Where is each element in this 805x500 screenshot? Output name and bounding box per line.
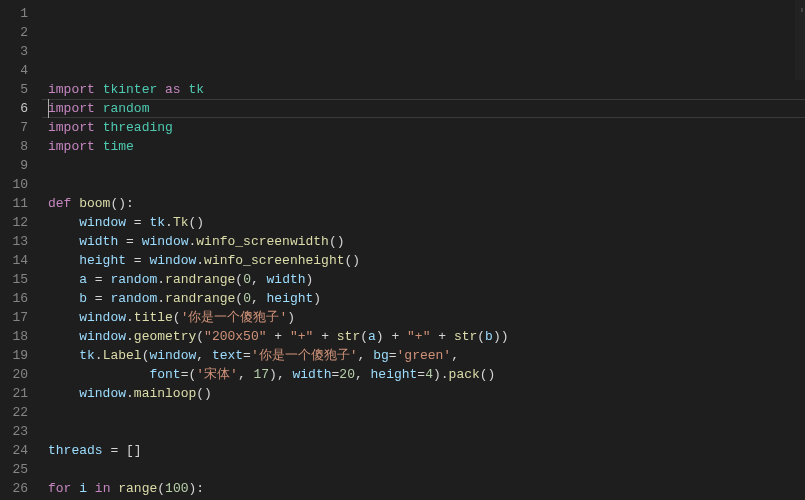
code-line[interactable]: font=('宋体', 17), width=20, height=4).pac… [48, 365, 805, 384]
line-number: 25 [0, 460, 28, 479]
token-num: 0 [243, 291, 251, 306]
token-pun: ( [157, 481, 165, 496]
code-line[interactable]: threads = [] [48, 441, 805, 460]
token-var: window [79, 310, 126, 325]
token-fn: geometry [134, 329, 196, 344]
token-pun: , [451, 348, 459, 363]
token-var: width [293, 367, 332, 382]
token-var: height [371, 367, 418, 382]
token-pun: ) [287, 310, 295, 325]
token-var: font [149, 367, 180, 382]
token-pun: ( [477, 329, 485, 344]
code-line[interactable]: window = tk.Tk() [48, 213, 805, 232]
token-pun: . [165, 215, 173, 230]
token-pun [399, 329, 407, 344]
vertical-scrollbar[interactable] [791, 0, 805, 500]
token-var: window [142, 234, 189, 249]
token-pun: . [157, 291, 165, 306]
code-line[interactable]: window.mainloop() [48, 384, 805, 403]
token-var: width [79, 234, 118, 249]
token-mod: random [103, 101, 150, 116]
token-op: = [95, 291, 103, 306]
line-number: 20 [0, 365, 28, 384]
code-line[interactable]: b = random.randrange(0, height) [48, 289, 805, 308]
token-fn: winfo_screenheight [204, 253, 344, 268]
token-pun [134, 234, 142, 249]
token-pun [48, 253, 79, 268]
code-line[interactable]: import tkinter as tk [48, 80, 805, 99]
code-line[interactable]: width = window.winfo_screenwidth() [48, 232, 805, 251]
code-line[interactable]: a = random.randrange(0, width) [48, 270, 805, 289]
code-line[interactable] [48, 422, 805, 441]
token-var: tk [79, 348, 95, 363]
token-pun: ( [235, 272, 243, 287]
token-mod: tk [188, 82, 204, 97]
token-pun [48, 367, 149, 382]
token-pun: ) [306, 272, 314, 287]
token-fn: range [118, 481, 157, 496]
token-num: 0 [243, 272, 251, 287]
token-pun [95, 82, 103, 97]
token-num: 17 [253, 367, 269, 382]
token-op: = [95, 272, 103, 287]
token-str: "200x50" [204, 329, 266, 344]
code-line[interactable]: import random [48, 99, 805, 118]
token-pun [48, 386, 79, 401]
token-var: tk [149, 215, 165, 230]
scroll-thumb[interactable] [795, 0, 805, 80]
token-pun: , [355, 367, 371, 382]
token-fn: pack [449, 367, 480, 382]
token-pun: . [157, 272, 165, 287]
code-line[interactable]: for i in range(100): [48, 479, 805, 498]
token-kw: as [165, 82, 181, 97]
token-pun [329, 329, 337, 344]
code-area[interactable]: import tkinter as tkimport randomimport … [42, 0, 805, 500]
code-line[interactable]: height = window.winfo_screenheight() [48, 251, 805, 270]
code-line[interactable]: def boom(): [48, 194, 805, 213]
token-pun: ), [269, 367, 292, 382]
token-var: window [79, 215, 126, 230]
token-pun [126, 215, 134, 230]
token-pun [157, 82, 165, 97]
code-line[interactable] [48, 156, 805, 175]
code-line[interactable] [48, 175, 805, 194]
line-number: 8 [0, 137, 28, 156]
line-number: 22 [0, 403, 28, 422]
code-line[interactable] [48, 460, 805, 479]
code-line[interactable]: tk.Label(window, text='你是一个傻狍子', bg='gre… [48, 346, 805, 365]
code-editor[interactable]: 1234567891011121314151617181920212223242… [0, 0, 805, 500]
token-pun [48, 310, 79, 325]
line-number: 17 [0, 308, 28, 327]
token-pun: ) [313, 291, 321, 306]
token-pun [48, 329, 79, 344]
token-op: = [126, 234, 134, 249]
code-line[interactable]: window.geometry("200x50" + "+" + str(a) … [48, 327, 805, 346]
token-str: "+" [290, 329, 313, 344]
token-pun [313, 329, 321, 344]
token-str: '你是一个傻狍子' [181, 310, 288, 325]
line-number: 4 [0, 61, 28, 80]
line-number: 11 [0, 194, 28, 213]
token-var: window [149, 253, 196, 268]
line-number: 19 [0, 346, 28, 365]
token-op: = [134, 253, 142, 268]
token-var: window [79, 329, 126, 344]
token-pun: )) [493, 329, 509, 344]
token-pun: () [196, 386, 212, 401]
code-line[interactable]: window.title('你是一个傻狍子') [48, 308, 805, 327]
code-line[interactable]: import threading [48, 118, 805, 137]
token-fn: Label [103, 348, 142, 363]
token-pun [48, 234, 79, 249]
token-num: 20 [339, 367, 355, 382]
token-pun: ). [433, 367, 449, 382]
token-kw: import [48, 82, 95, 97]
line-number: 18 [0, 327, 28, 346]
code-line[interactable] [48, 403, 805, 422]
token-pun: , [251, 291, 267, 306]
token-pun [118, 234, 126, 249]
line-number: 14 [0, 251, 28, 270]
code-line[interactable]: import time [48, 137, 805, 156]
token-kw: for [48, 481, 71, 496]
token-pun: ): [189, 481, 205, 496]
token-mod: time [103, 139, 134, 154]
